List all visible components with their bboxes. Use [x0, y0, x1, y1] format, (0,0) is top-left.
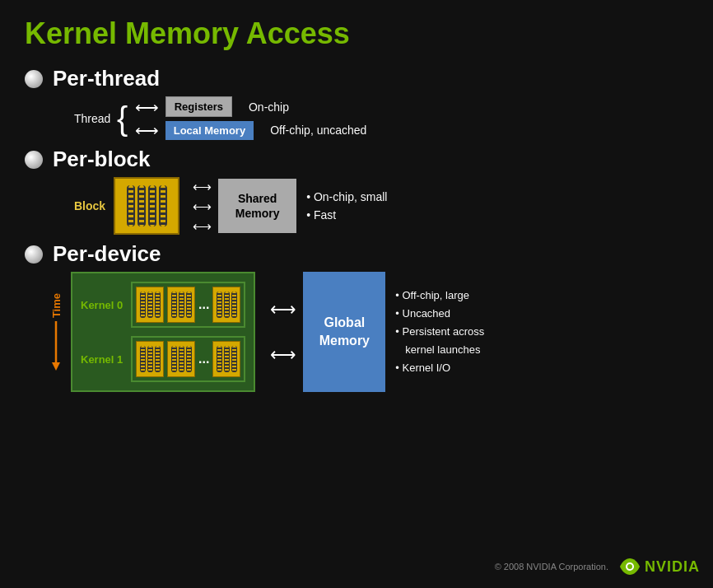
time-arrow-svg: [49, 321, 63, 371]
per-device-content: Time Kernel 0: [49, 272, 688, 392]
kernel-1-blocks: ...: [131, 336, 245, 382]
wavy-line-2: [137, 185, 146, 226]
k1-wavy-2: [167, 341, 195, 377]
arrow-both-icon: ⟷: [135, 120, 159, 140]
k1-wl7: [217, 346, 222, 372]
per-thread-rows: ⟷ Registers On-chip ⟷ Local Memory Off-c…: [135, 96, 367, 140]
k1-wl6: [186, 346, 192, 372]
shared-memory-box: Shared Memory: [218, 179, 296, 233]
k0-wl9: [231, 292, 237, 318]
k0-wl3: [155, 292, 161, 318]
device-arrows-col: ⟷ ⟷: [263, 272, 303, 392]
kernel-1-label: Kernel 1: [81, 353, 126, 366]
k0-wavy-1: [136, 287, 164, 323]
kernels-container: Kernel 0: [71, 272, 255, 392]
arrow2: ⟷: [193, 198, 212, 214]
global-desc-3: • Persistent across: [395, 323, 484, 341]
per-block-section: Per-block: [25, 147, 688, 172]
wavy-lines: [127, 185, 167, 226]
thread-label: Thread: [74, 112, 110, 125]
wavy-line-3: [148, 185, 156, 226]
k0-wavy-2: [167, 287, 195, 323]
per-thread-content: Thread } ⟷ Registers On-chip ⟷ Local Mem…: [74, 96, 688, 140]
per-thread-label: Per-thread: [53, 66, 160, 91]
block-label: Block: [74, 199, 105, 212]
local-memory-box: Local Memory: [165, 121, 254, 140]
k0-wavy-3: [212, 287, 240, 323]
shared-memory-desc: • On-chip, small • Fast: [306, 188, 387, 225]
kernel-0-label: Kernel 0: [81, 299, 126, 311]
per-thread-section: Per-thread: [25, 66, 688, 91]
registers-box: Registers: [165, 96, 232, 117]
k1-wl2: [147, 346, 153, 372]
per-device-section: Per-device: [25, 241, 688, 267]
k0-double-arrow: ⟷: [270, 299, 296, 320]
slide: Kernel Memory Access Per-thread Thread }…: [0, 0, 713, 588]
k1-wl5: [179, 346, 184, 372]
global-memory-box: Global Memory: [303, 272, 385, 392]
k0-wl6: [186, 292, 192, 318]
time-arrow: Time: [49, 272, 63, 392]
global-desc-4: • Kernel I/O: [395, 359, 484, 377]
k0-wl1: [140, 292, 146, 318]
time-label: Time: [50, 293, 63, 318]
k0-wl5: [179, 292, 184, 318]
k1-wavy-3: [212, 341, 240, 377]
k1-wl3: [155, 346, 161, 372]
footer: © 2008 NVIDIA Corporation. NVIDIA: [495, 555, 700, 578]
wavy-line-4: [159, 185, 167, 226]
bullet-icon-per-thread: [25, 70, 43, 88]
local-memory-desc: Off-chip, uncached: [270, 124, 366, 137]
page-title: Kernel Memory Access: [25, 16, 688, 51]
registers-desc: On-chip: [249, 100, 289, 114]
per-device-label: Per-device: [53, 241, 161, 267]
per-block-label: Per-block: [53, 147, 151, 172]
arrow1: ⟷: [193, 179, 212, 194]
k1-wl8: [224, 346, 230, 372]
block-wavy-box: [114, 177, 179, 235]
k1-double-arrow: ⟷: [270, 344, 296, 366]
arrow3: ⟷: [193, 218, 212, 234]
k0-wl2: [147, 292, 153, 318]
global-desc-3b: kernel launches: [395, 341, 484, 359]
bracket-icon: }: [117, 102, 128, 135]
kernel-1-row: Kernel 1: [81, 336, 245, 382]
registers-row: ⟷ Registers On-chip: [135, 96, 367, 117]
per-block-content: Block ⟷ ⟷ ⟷ Shared Memory • On-chip, sma…: [74, 177, 688, 235]
triple-arrow: ⟷ ⟷ ⟷: [193, 179, 212, 234]
nvidia-logo: NVIDIA: [618, 555, 700, 578]
k1-wavy-1: [136, 341, 164, 377]
k0-wl8: [224, 292, 230, 318]
k0-dots: ...: [198, 297, 209, 312]
k1-wl4: [171, 346, 177, 372]
global-desc-1: • Off-chip, large: [395, 287, 484, 305]
nvidia-brand-text: NVIDIA: [645, 558, 700, 576]
k0-wl7: [217, 292, 222, 318]
svg-point-3: [627, 564, 632, 569]
kernel-0-row: Kernel 0: [81, 282, 245, 328]
bullet-icon-per-block: [25, 151, 43, 169]
kernel-0-blocks: ...: [131, 282, 245, 328]
k0-wl4: [171, 292, 177, 318]
svg-marker-1: [52, 362, 60, 371]
nvidia-eye-icon: [618, 555, 641, 578]
k1-wl9: [231, 346, 237, 372]
global-memory-desc: • Off-chip, large • Uncached • Persisten…: [395, 287, 484, 377]
k1-wl1: [140, 346, 146, 372]
arrow-right-icon: ⟷: [135, 97, 159, 117]
local-memory-row: ⟷ Local Memory Off-chip, uncached: [135, 120, 367, 140]
wavy-line-1: [127, 185, 135, 226]
global-desc-2: • Uncached: [395, 305, 484, 323]
copyright-text: © 2008 NVIDIA Corporation.: [495, 562, 608, 572]
shared-desc-1: • On-chip, small: [306, 188, 387, 206]
shared-desc-2: • Fast: [306, 206, 387, 224]
k1-dots: ...: [198, 352, 209, 366]
bullet-icon-per-device: [25, 245, 43, 264]
